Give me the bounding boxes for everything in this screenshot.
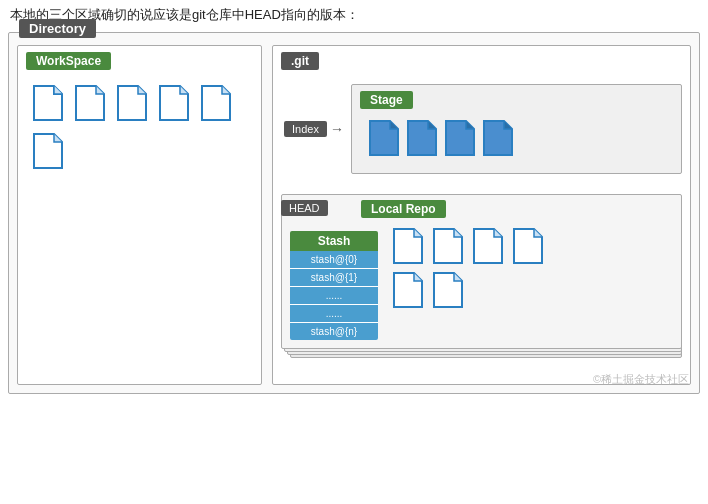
file-icon bbox=[406, 119, 438, 157]
top-text: 本地的三个区域确切的说应该是git仓库中HEAD指向的版本： bbox=[0, 0, 708, 28]
file-icon bbox=[432, 271, 464, 309]
file-icon bbox=[158, 84, 190, 122]
file-icon bbox=[482, 119, 514, 157]
file-icon bbox=[392, 271, 424, 309]
stash-item-0: stash@{0} bbox=[290, 251, 378, 269]
watermark: ©稀土掘金技术社区 bbox=[593, 372, 689, 387]
directory-label: Directory bbox=[19, 19, 96, 38]
localrepo-label: Local Repo bbox=[361, 200, 446, 218]
workspace-panel: WorkSpace bbox=[17, 45, 262, 385]
index-label: Index bbox=[284, 121, 327, 137]
head-label: HEAD bbox=[281, 200, 328, 216]
repo-files-row1 bbox=[392, 227, 673, 265]
git-label: .git bbox=[281, 52, 319, 70]
file-icon bbox=[392, 227, 424, 265]
stage-label: Stage bbox=[360, 91, 413, 109]
git-panel: .git Index → Stage bbox=[272, 45, 691, 385]
stash-panel: Stash stash@{0} stash@{1} ...... ...... … bbox=[290, 231, 378, 340]
file-icon bbox=[32, 132, 64, 170]
localrepo-wrapper: HEAD Local Repo Stash stash@{0} stash@{1… bbox=[281, 194, 682, 362]
stash-item-1: stash@{1} bbox=[290, 269, 378, 287]
file-icon bbox=[472, 227, 504, 265]
file-icon bbox=[116, 84, 148, 122]
index-arrow: → bbox=[330, 121, 344, 137]
file-icon bbox=[200, 84, 232, 122]
file-icon bbox=[432, 227, 464, 265]
file-icon bbox=[368, 119, 400, 157]
file-icon bbox=[74, 84, 106, 122]
file-icon bbox=[512, 227, 544, 265]
stash-title: Stash bbox=[290, 231, 378, 251]
file-icon bbox=[32, 84, 64, 122]
stage-files bbox=[368, 119, 673, 157]
main-container: Directory WorkSpace bbox=[8, 32, 700, 394]
workspace-files-row1 bbox=[28, 76, 251, 178]
stash-item-dots1: ...... bbox=[290, 287, 378, 305]
repo-files-row2 bbox=[392, 271, 673, 309]
stash-item-dots2: ...... bbox=[290, 305, 378, 323]
localrepo-card-front: Stash stash@{0} stash@{1} ...... ...... … bbox=[281, 194, 682, 349]
workspace-label: WorkSpace bbox=[26, 52, 111, 70]
stash-item-n: stash@{n} bbox=[290, 323, 378, 340]
stage-area: Index → Stage bbox=[351, 84, 682, 174]
file-icon bbox=[444, 119, 476, 157]
